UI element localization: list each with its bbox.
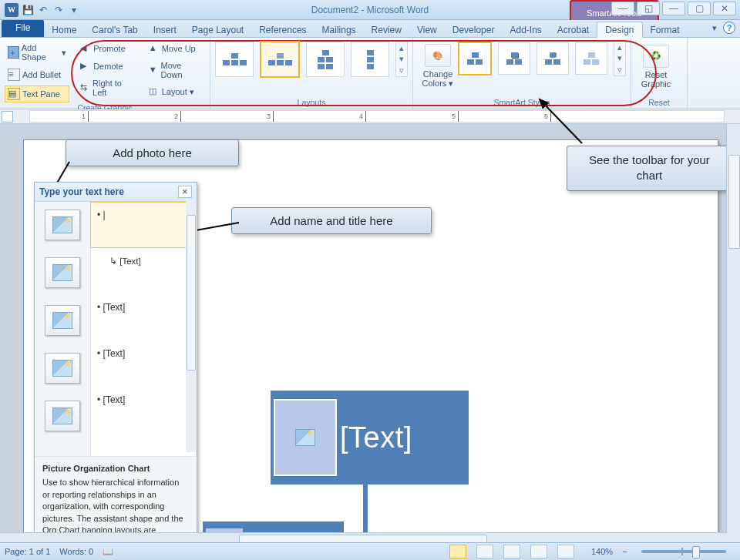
view-full-screen[interactable] [476, 545, 493, 558]
redo-icon[interactable]: ↷ [52, 4, 65, 16]
tab-addins[interactable]: Add-Ins [502, 22, 549, 37]
change-colors-button[interactable]: 🎨 ChangeColors ▾ [418, 41, 458, 92]
ruler-row: 1 2 3 4 5 6 [0, 109, 740, 124]
text-pane-picture-2[interactable] [45, 257, 80, 288]
callout-add-photo: Add photo here [66, 139, 239, 166]
status-proofing-icon[interactable]: 📖 [103, 547, 113, 557]
tab-home[interactable]: Home [44, 22, 84, 37]
text-pane-header: Type your text here ✕ [35, 183, 197, 202]
tab-design[interactable]: Design [597, 22, 642, 38]
text-pane-scroll-thumb[interactable] [187, 215, 196, 371]
status-page[interactable]: Page: 1 of 1 [5, 547, 50, 556]
mdi-restore-button[interactable]: ◱ [637, 2, 660, 15]
move-up-icon: ▲ [149, 43, 160, 54]
move-down-button[interactable]: ▼Move Down [146, 59, 205, 82]
text-pane-item-2[interactable]: ↳ [Text] [97, 256, 190, 267]
callout-toolbar: See the toolbar for your chart [567, 146, 732, 191]
group-label-reset: Reset [636, 97, 682, 109]
layout-option-3[interactable] [306, 42, 345, 77]
minimize-button[interactable]: — [662, 2, 685, 15]
ribbon: ＋Add Shape▾ ≡Add Bullet ▤Text Pane ◀Prom… [0, 38, 740, 109]
layout-button[interactable]: ◫Layout▾ [146, 84, 205, 99]
view-print-layout[interactable] [449, 545, 466, 558]
vertical-scroll-thumb[interactable] [728, 155, 740, 249]
view-outline[interactable] [530, 545, 547, 558]
document-area: [Text] [Text] Add photo here See the too… [0, 124, 740, 546]
tab-mailings[interactable]: Mailings [314, 22, 364, 37]
undo-icon[interactable]: ↶ [37, 4, 49, 16]
zoom-out-button[interactable]: − [622, 547, 627, 556]
tab-acrobat[interactable]: Acrobat [550, 22, 597, 37]
rtl-icon: ⇆ [80, 82, 90, 93]
layout-option-1[interactable] [215, 42, 254, 77]
tab-references[interactable]: References [251, 22, 314, 37]
add-bullet-button[interactable]: ≡Add Bullet [5, 66, 69, 83]
text-pane-selection [90, 202, 197, 248]
layout-option-2[interactable] [260, 41, 300, 78]
text-pane-picture-4[interactable] [45, 353, 80, 384]
text-pane-item-1[interactable]: • | [97, 210, 190, 220]
promote-button[interactable]: ◀Promote [77, 41, 138, 56]
text-pane-item-4[interactable]: • [Text] [97, 348, 190, 359]
text-pane-title: Type your text here [39, 186, 124, 197]
text-pane-item-3[interactable]: • [Text] [97, 302, 190, 313]
help-icon[interactable]: ? [723, 22, 735, 34]
quick-access-toolbar: W 💾 ↶ ↷ ▾ [0, 3, 85, 17]
add-shape-button[interactable]: ＋Add Shape▾ [5, 41, 69, 64]
tab-page-layout[interactable]: Page Layout [184, 22, 251, 37]
view-draft[interactable] [557, 545, 574, 558]
tab-view[interactable]: View [409, 22, 445, 37]
tab-review[interactable]: Review [364, 22, 409, 37]
zoom-level[interactable]: 140% [591, 547, 613, 556]
text-pane-button[interactable]: ▤Text Pane [5, 86, 69, 102]
horizontal-ruler[interactable]: 1 2 3 4 5 6 [29, 110, 725, 122]
tab-insert[interactable]: Insert [146, 22, 184, 37]
style-option-1[interactable] [458, 42, 492, 75]
text-pane-scrollbar[interactable] [186, 200, 197, 452]
tab-file[interactable]: File [2, 20, 44, 37]
status-words[interactable]: Words: 0 [59, 547, 93, 556]
smartart-node-root-text[interactable]: [Text] [340, 421, 412, 454]
styles-gallery-more[interactable]: ▴▾▿ [614, 41, 626, 76]
qat-customize-icon[interactable]: ▾ [68, 4, 80, 16]
text-pane-footer-title: Picture Organization Chart [42, 463, 189, 474]
text-pane-list[interactable]: • | ↳ [Text] • [Text] • [Text] • [Text] [90, 202, 197, 456]
maximize-button[interactable]: ▢ [688, 2, 711, 15]
smartart-node-root[interactable]: [Text] [271, 391, 469, 485]
style-option-3[interactable] [536, 42, 569, 75]
text-pane-item-5[interactable]: • [Text] [97, 394, 190, 405]
layouts-gallery-more[interactable]: ▴▾▿ [395, 42, 408, 77]
smartart-picture-placeholder[interactable] [275, 401, 335, 474]
tab-developer[interactable]: Developer [445, 22, 503, 37]
tab-selector[interactable] [2, 111, 13, 122]
smartart-text-pane: Type your text here ✕ • | ↳ [Text] • [Te… [34, 182, 197, 545]
ribbon-minimize-icon[interactable]: ▾ [712, 23, 717, 33]
close-button[interactable]: ✕ [713, 2, 736, 15]
picture-icon [52, 264, 72, 281]
mdi-minimize-button[interactable]: — [611, 2, 634, 15]
demote-button[interactable]: ▶Demote [77, 59, 138, 74]
text-pane-close-button[interactable]: ✕ [178, 186, 192, 198]
move-up-button[interactable]: ▲Move Up [146, 41, 205, 56]
layout-option-4[interactable] [351, 42, 389, 77]
style-option-4[interactable] [575, 42, 607, 75]
group-layouts: ▴▾▿ Layouts [210, 38, 413, 109]
right-to-left-button[interactable]: ⇆Right to Left [77, 76, 138, 99]
picture-icon [295, 429, 315, 446]
text-pane-picture-5[interactable] [45, 401, 80, 431]
zoom-slider[interactable] [641, 550, 726, 553]
save-icon[interactable]: 💾 [22, 4, 34, 16]
view-web-layout[interactable] [503, 545, 520, 558]
picture-icon [52, 360, 72, 377]
text-pane-picture-1[interactable] [45, 210, 80, 240]
reset-graphic-button[interactable]: ♻️ ResetGraphic [636, 41, 676, 92]
group-create-graphic: ＋Add Shape▾ ≡Add Bullet ▤Text Pane ◀Prom… [0, 38, 210, 109]
style-option-2[interactable] [498, 42, 530, 75]
zoom-slider-thumb[interactable] [692, 546, 700, 558]
tab-carols[interactable]: Carol's Tab [84, 22, 145, 37]
tab-format[interactable]: Format [643, 22, 688, 37]
vertical-scrollbar[interactable] [726, 124, 740, 546]
text-pane-picture-3[interactable] [45, 305, 80, 336]
window-controls: — ◱ — ▢ ✕ [611, 2, 736, 15]
group-label-layouts: Layouts [215, 97, 408, 109]
